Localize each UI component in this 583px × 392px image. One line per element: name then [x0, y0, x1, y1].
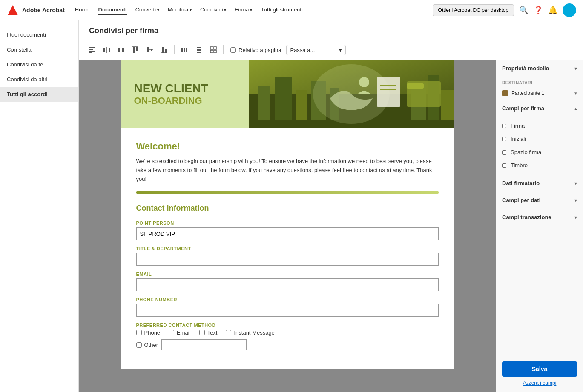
document-scroll[interactable]: NEW CLIENT ON-BOARDING: [79, 60, 496, 392]
svg-rect-3: [89, 49, 93, 50]
dati-firmatario-header[interactable]: Dati firmatario ▾: [496, 175, 583, 192]
document-area[interactable]: NEW CLIENT ON-BOARDING: [79, 60, 496, 392]
field-input-title-dept[interactable]: [136, 253, 439, 266]
campi-firma-list: Firma Iniziali Spazio firma Timbro: [496, 117, 583, 175]
proprieta-header[interactable]: Proprietà modello ▾: [496, 60, 583, 77]
checkbox-instant-message[interactable]: Instant Message: [226, 329, 274, 336]
relative-to-page-checkbox[interactable]: Relativo a pagina: [230, 47, 281, 53]
checkbox-other-label: Other: [144, 342, 158, 348]
toolbar-separator-2: [223, 45, 224, 54]
align-bottom-icon[interactable]: [158, 43, 171, 56]
sidebar-item-condivisi-da-te[interactable]: Condivisi da te: [0, 57, 78, 72]
field-item-timbro[interactable]: Timbro: [496, 159, 583, 172]
checkbox-email[interactable]: Email: [169, 329, 191, 336]
nav-firma[interactable]: Firma: [235, 5, 252, 15]
notifications-icon[interactable]: 🔔: [548, 6, 557, 15]
align-middle-icon[interactable]: [144, 43, 156, 56]
document-page: NEW CLIENT ON-BOARDING: [121, 60, 454, 369]
field-item-spazio-firma[interactable]: Spazio firma: [496, 146, 583, 159]
nav-condividi[interactable]: Condividi: [200, 5, 226, 15]
nav-modifica[interactable]: Modifica: [168, 5, 192, 15]
sidebar-item-condivisi-da-altri[interactable]: Condivisi da altri: [0, 72, 78, 87]
grid-icon[interactable]: [207, 43, 220, 56]
nav-home[interactable]: Home: [75, 5, 90, 15]
page-title: Condivisi per firma: [89, 26, 573, 35]
campi-dati-title: Campi per dati: [502, 197, 540, 203]
nav-menu: Home Documenti Converti Modifica Condivi…: [75, 5, 422, 15]
checkbox-phone-input[interactable]: [136, 330, 142, 335]
svg-rect-6: [103, 48, 105, 52]
svg-rect-7: [109, 48, 110, 52]
checkbox-text-input[interactable]: [199, 330, 205, 335]
svg-rect-24: [197, 47, 201, 48]
checkbox-text[interactable]: Text: [199, 329, 218, 336]
proprieta-chevron-icon: ▾: [574, 66, 577, 72]
reset-fields-link[interactable]: Azzera i campi: [502, 380, 577, 386]
recipient-row[interactable]: Partecipante 1 ▾: [496, 87, 583, 100]
field-dot-iniziali: [502, 137, 506, 141]
svg-rect-22: [186, 48, 187, 52]
panel-section-proprieta: Proprietà modello ▾: [496, 60, 583, 77]
panel-section-campi-transazione: Campi transazione ▾: [496, 209, 583, 226]
app-logo[interactable]: Adobe Acrobat: [7, 4, 65, 16]
checkbox-instant-message-input[interactable]: [226, 330, 231, 335]
checkbox-other[interactable]: Other: [136, 342, 158, 348]
svg-rect-13: [136, 47, 138, 51]
top-navigation: Adobe Acrobat Home Documenti Converti Mo…: [0, 0, 583, 20]
campi-transazione-chevron-icon: ▾: [574, 215, 577, 220]
distribute-icon[interactable]: [115, 43, 127, 56]
get-acrobat-button[interactable]: Ottieni Acrobat DC per desktop: [433, 4, 514, 16]
campi-firma-header[interactable]: Campi per firma ▴: [496, 100, 583, 117]
dati-firmatario-title: Dati firmatario: [502, 180, 540, 186]
svg-rect-18: [162, 47, 164, 53]
nav-documenti[interactable]: Documenti: [98, 5, 127, 15]
svg-rect-5: [89, 52, 92, 53]
align-left-icon[interactable]: [86, 43, 98, 56]
banner-image: [249, 60, 454, 128]
relative-checkbox-input[interactable]: [230, 47, 236, 53]
other-text-input[interactable]: [161, 339, 247, 350]
svg-rect-29: [210, 50, 213, 53]
align-center-icon[interactable]: [100, 43, 113, 56]
nav-converti[interactable]: Converti: [135, 5, 159, 15]
checkbox-email-input[interactable]: [169, 330, 174, 335]
field-label-phone: PHONE NUMBER: [136, 297, 439, 302]
passa-a-label: Passa a...: [290, 47, 315, 53]
checkbox-other-input[interactable]: [136, 342, 142, 348]
sidebar-item-tuoi-documenti[interactable]: I tuoi documenti: [0, 27, 78, 42]
campi-dati-header[interactable]: Campi per dati ▾: [496, 192, 583, 209]
campi-dati-chevron-icon: ▾: [574, 197, 577, 203]
distribute-h-icon[interactable]: [178, 43, 191, 56]
banner-illustration-svg: [249, 60, 454, 128]
help-icon[interactable]: ❓: [534, 6, 543, 15]
save-button[interactable]: Salva: [502, 361, 577, 377]
svg-rect-44: [377, 77, 400, 107]
align-top-icon[interactable]: [129, 43, 142, 56]
search-icon[interactable]: 🔍: [519, 6, 528, 15]
document-body: Welcome! We're so excited to begin our p…: [121, 128, 454, 369]
dati-firmatario-chevron-icon: ▾: [574, 180, 577, 186]
checkbox-phone[interactable]: Phone: [136, 329, 161, 336]
field-input-phone[interactable]: [136, 304, 439, 317]
field-dot-firma: [502, 124, 506, 128]
field-item-firma[interactable]: Firma: [496, 119, 583, 132]
panel-section-campi-dati: Campi per dati ▾: [496, 192, 583, 209]
svg-rect-27: [210, 47, 213, 49]
checkbox-instant-message-label: Instant Message: [234, 329, 274, 336]
svg-rect-30: [214, 50, 216, 53]
field-input-point-person[interactable]: [136, 227, 439, 240]
sidebar-item-tutti-accordi[interactable]: Tutti gli accordi: [0, 87, 78, 102]
field-input-email[interactable]: [136, 278, 439, 291]
distribute-v-icon[interactable]: [192, 43, 205, 56]
campi-transazione-header[interactable]: Campi transazione ▾: [496, 209, 583, 226]
nav-tutti-strumenti[interactable]: Tutti gli strumenti: [261, 5, 303, 15]
campi-firma-chevron-icon: ▴: [574, 106, 577, 112]
field-item-iniziali[interactable]: Iniziali: [496, 132, 583, 146]
relative-label: Relativo a pagina: [238, 47, 281, 53]
sidebar-item-con-stella[interactable]: Con stella: [0, 42, 78, 57]
field-label-iniziali: Iniziali: [511, 136, 526, 142]
passa-a-dropdown[interactable]: Passa a... ▾: [286, 45, 346, 55]
svg-rect-12: [133, 47, 135, 53]
user-avatar[interactable]: [563, 3, 576, 17]
svg-point-48: [359, 77, 369, 87]
